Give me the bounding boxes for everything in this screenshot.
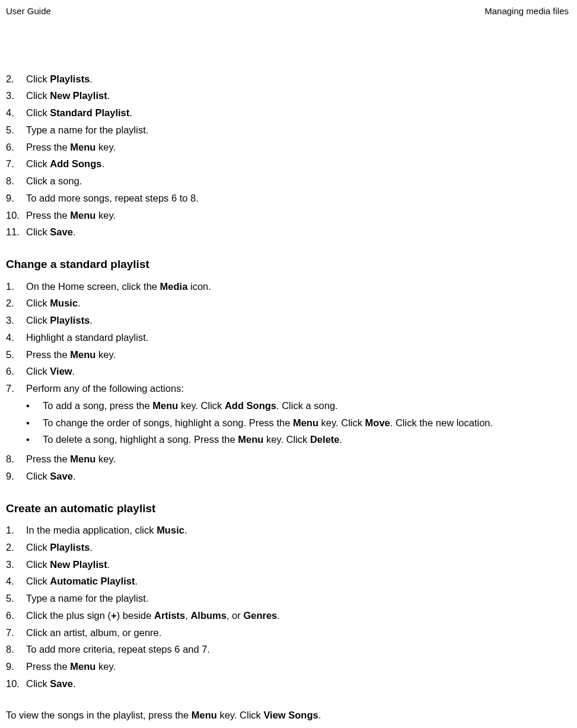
bold-term: View (50, 366, 72, 376)
step-item: 9.Press the Menu key. (6, 659, 569, 674)
step-item: 7.Perform any of the following actions:•… (6, 381, 569, 449)
section-title-change-playlist: Change a standard playlist (6, 256, 569, 273)
step-number: 8. (6, 642, 26, 657)
step-number: 7. (6, 381, 26, 396)
steps-list-change-playlist: 1.On the Home screen, click the Media ic… (6, 279, 569, 484)
bullet-icon: • (26, 432, 43, 447)
bullet-icon: • (26, 416, 43, 430)
bold-term: Menu (70, 210, 95, 221)
step-number: 7. (6, 625, 26, 640)
bold-term: Playlists (50, 542, 90, 553)
bold-term: View Songs (263, 710, 318, 720)
step-text: Click Standard Playlist. (26, 106, 569, 120)
step-text: Press the Menu key. (26, 347, 569, 362)
step-number: 11. (6, 225, 26, 240)
sub-bullet-text: To delete a song, highlight a song. Pres… (43, 432, 569, 447)
step-text: Click New Playlist. (26, 557, 569, 572)
step-number: 10. (6, 208, 26, 223)
step-item: 3.Click New Playlist. (6, 557, 569, 572)
step-number: 5. (6, 347, 26, 362)
bold-term: Save (50, 471, 73, 481)
step-number: 5. (6, 123, 26, 138)
step-item: 7.Click an artist, album, or genre. (6, 625, 569, 640)
step-item: 5.Press the Menu key. (6, 347, 569, 362)
bold-term: Genres (243, 610, 277, 621)
step-item: 4.Highlight a standard playlist. (6, 330, 569, 345)
bold-term: New Playlist (50, 90, 107, 101)
bold-term: Standard Playlist (50, 107, 129, 118)
step-number: 6. (6, 364, 26, 379)
step-text: Click Add Songs. (26, 157, 569, 171)
step-number: 2. (6, 540, 26, 555)
bold-term: Menu (293, 417, 318, 428)
step-text: Click Save. (26, 225, 569, 240)
step-text: Press the Menu key. (26, 452, 569, 467)
step-item: 9.Click Save. (6, 469, 569, 484)
step-text: Perform any of the following actions:•To… (26, 381, 569, 449)
steps-list-create-auto-playlist: 1.In the media application, click Music.… (6, 523, 569, 691)
step-item: 8.Click a song. (6, 174, 569, 189)
step-text: Press the Menu key. (26, 140, 569, 155)
sub-bullet-item: •To change the order of songs, highlight… (26, 416, 569, 430)
bold-term: Automatic Playlist (50, 576, 135, 586)
step-number: 6. (6, 608, 26, 623)
step-item: 2.Click Playlists. (6, 72, 569, 87)
step-item: 2.Click Music. (6, 296, 569, 311)
step-text: Press the Menu key. (26, 208, 569, 223)
bold-term: Artists (154, 610, 185, 621)
bold-term: Move (365, 417, 390, 428)
header-left: User Guide (6, 5, 51, 18)
step-text: Click Playlists. (26, 313, 569, 328)
step-text: Type a name for the playlist. (26, 123, 569, 138)
step-number: 4. (6, 330, 26, 345)
bold-term: Menu (70, 142, 95, 152)
step-text: To add more songs, repeat steps 6 to 8. (26, 191, 569, 206)
sub-bullet-list: •To add a song, press the Menu key. Clic… (26, 398, 569, 447)
step-item: 5.Type a name for the playlist. (6, 591, 569, 606)
bold-term: Albums (190, 610, 227, 621)
step-item: 1.In the media application, click Music. (6, 523, 569, 538)
step-item: 11.Click Save. (6, 225, 569, 240)
step-number: 9. (6, 659, 26, 674)
step-number: 9. (6, 191, 26, 206)
step-text: Click Save. (26, 469, 569, 484)
page-header: User Guide Managing media files (6, 5, 569, 18)
step-number: 9. (6, 469, 26, 484)
sub-bullet-text: To add a song, press the Menu key. Click… (43, 398, 569, 413)
bold-term: Music (157, 525, 184, 535)
bold-term: Save (50, 226, 73, 237)
step-text: Click New Playlist. (26, 88, 569, 103)
step-number: 2. (6, 296, 26, 311)
step-number: 4. (6, 574, 26, 589)
step-item: 4.Click Standard Playlist. (6, 106, 569, 120)
step-number: 7. (6, 157, 26, 171)
trailing-paragraph-view-songs: To view the songs in the playlist, press… (6, 708, 569, 723)
step-item: 7.Click Add Songs. (6, 157, 569, 171)
step-number: 4. (6, 106, 26, 120)
step-item: 8.To add more criteria, repeat steps 6 a… (6, 642, 569, 657)
step-number: 8. (6, 174, 26, 189)
step-number: 6. (6, 140, 26, 155)
step-text: Click a song. (26, 174, 569, 189)
bullet-icon: • (26, 398, 43, 413)
step-text: Click View. (26, 364, 569, 379)
step-text: Click an artist, album, or genre. (26, 625, 569, 640)
document-page: User Guide Managing media files 2.Click … (0, 0, 577, 728)
bold-term: + (111, 610, 117, 621)
bold-term: Add Songs (225, 400, 276, 411)
step-number: 3. (6, 557, 26, 572)
steps-list-1: 2.Click Playlists.3.Click New Playlist.4… (6, 72, 569, 240)
bold-term: Add Songs (50, 158, 101, 169)
header-right: Managing media files (484, 5, 569, 18)
step-number: 2. (6, 72, 26, 87)
step-item: 3.Click Playlists. (6, 313, 569, 328)
step-text: Type a name for the playlist. (26, 591, 569, 606)
step-text: Click Playlists. (26, 72, 569, 87)
bold-term: Menu (70, 454, 95, 464)
step-number: 3. (6, 313, 26, 328)
bold-term: Playlists (50, 74, 90, 84)
bold-term: Menu (70, 661, 95, 672)
section-title-create-auto-playlist: Create an automatic playlist (6, 500, 569, 518)
bold-term: Delete (310, 434, 340, 445)
bold-term: Menu (152, 400, 178, 411)
